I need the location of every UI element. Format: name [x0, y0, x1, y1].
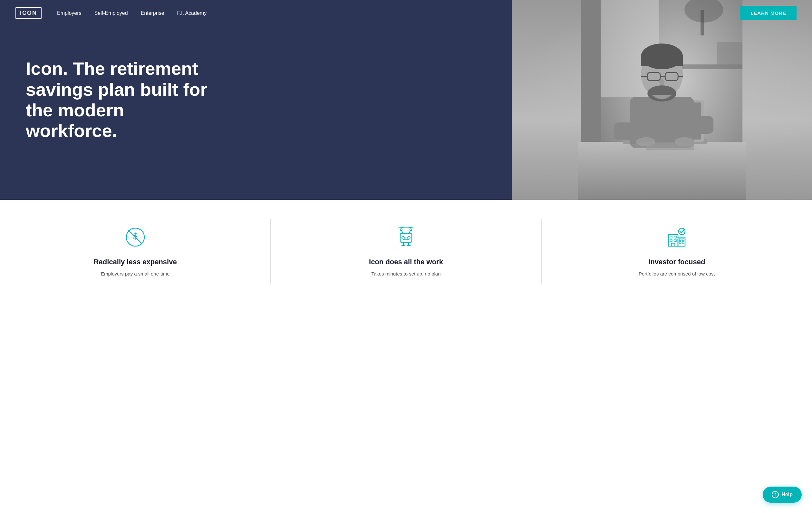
svg-rect-13	[671, 116, 714, 134]
feature-3-desc: Portfolios are comprised of low cost	[639, 270, 715, 278]
feature-3-title: Investor focused	[648, 258, 705, 266]
feature-1-desc: Employers pay a small one-time	[101, 270, 170, 278]
nav-links: Employers Self-Employed Enterprise F.I. …	[57, 10, 740, 16]
nav-link-employers[interactable]: Employers	[57, 10, 82, 16]
svg-rect-27	[646, 143, 694, 150]
svg-rect-48	[674, 240, 676, 242]
nav-item-fi-academy[interactable]: F.I. Academy	[177, 10, 207, 16]
no-dollar-icon: $	[124, 226, 147, 249]
hero-photo-svg	[512, 0, 812, 200]
svg-point-33	[408, 236, 410, 239]
nav-item-self-employed[interactable]: Self-Employed	[94, 10, 128, 16]
logo-text: ICON	[20, 10, 37, 16]
hero-left-panel: Icon. The retirement savings plan built …	[0, 0, 512, 200]
svg-point-36	[400, 229, 402, 231]
navbar: ICON Employers Self-Employed Enterprise …	[0, 0, 812, 26]
building-icon	[665, 226, 688, 249]
feature-2-title: Icon does all the work	[369, 258, 443, 266]
svg-rect-46	[674, 236, 676, 238]
svg-rect-51	[679, 242, 681, 243]
feature-1-title: Radically less expensive	[94, 258, 177, 266]
hero-section: Icon. The retirement savings plan built …	[0, 0, 812, 200]
svg-rect-5	[678, 64, 743, 69]
nav-link-fi-academy[interactable]: F.I. Academy	[177, 10, 207, 16]
nav-item-enterprise[interactable]: Enterprise	[141, 10, 164, 16]
svg-point-38	[410, 229, 412, 231]
svg-rect-52	[682, 242, 684, 243]
learn-more-button[interactable]: LEARN MORE	[740, 6, 796, 20]
nav-link-enterprise[interactable]: Enterprise	[141, 10, 164, 16]
features-section: $ Radically less expensive Employers pay…	[0, 200, 812, 297]
svg-point-32	[402, 236, 404, 239]
feature-investor-focused: Investor focused Portfolios are comprise…	[542, 219, 812, 284]
robot-icon	[395, 226, 417, 249]
nav-link-self-employed[interactable]: Self-Employed	[94, 10, 128, 16]
svg-rect-12	[613, 122, 659, 140]
svg-rect-45	[670, 236, 672, 238]
hero-image	[512, 0, 812, 200]
svg-rect-50	[682, 239, 684, 240]
svg-rect-6	[717, 42, 743, 64]
feature-does-work: Icon does all the work Takes minutes to …	[271, 219, 541, 284]
hero-title: Icon. The retirement savings plan built …	[26, 58, 219, 141]
svg-rect-18	[641, 56, 683, 66]
svg-point-24	[659, 79, 664, 85]
svg-rect-47	[670, 240, 672, 242]
hero-right-panel	[512, 0, 812, 200]
nav-item-employers[interactable]: Employers	[57, 10, 82, 16]
feature-2-desc: Takes minutes to set up, no plan	[371, 270, 440, 278]
feature-less-expensive: $ Radically less expensive Employers pay…	[0, 219, 271, 284]
svg-rect-49	[679, 239, 681, 240]
svg-rect-53	[671, 243, 675, 246]
logo[interactable]: ICON	[16, 7, 41, 19]
